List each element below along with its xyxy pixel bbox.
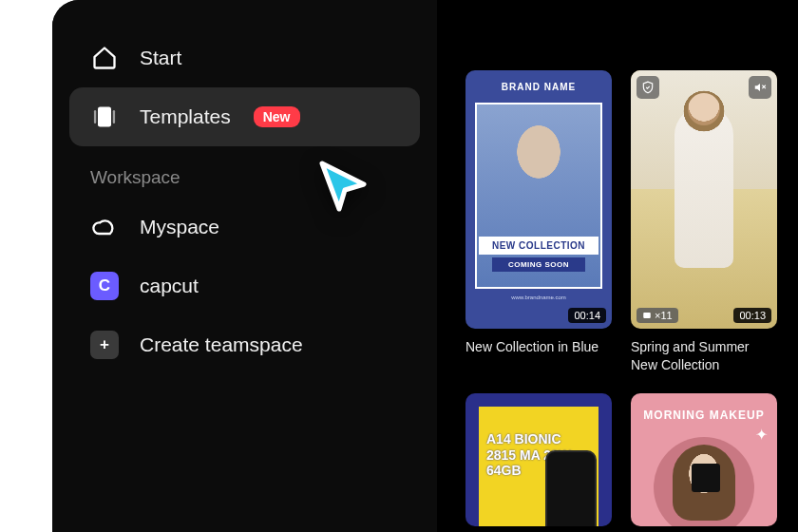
new-badge: New bbox=[254, 106, 300, 127]
home-icon bbox=[90, 44, 119, 72]
svg-rect-0 bbox=[98, 107, 111, 127]
sidebar: Start Templates New Workspace Myspace C … bbox=[52, 0, 437, 532]
nav-templates-label: Templates bbox=[140, 105, 231, 128]
template-gallery: BRAND NAME NEW COLLECTION COMING SOON ww… bbox=[437, 0, 798, 532]
template-card[interactable]: ×11 00:13 Spring and Summer New Collecti… bbox=[631, 70, 777, 374]
template-thumbnail: BRAND NAME NEW COLLECTION COMING SOON ww… bbox=[466, 70, 612, 329]
template-card[interactable]: A14 BIONIC 2815 MA 20W 64GB bbox=[466, 393, 612, 526]
duration-badge: 00:13 bbox=[733, 308, 771, 323]
app-root: Start Templates New Workspace Myspace C … bbox=[52, 0, 798, 532]
workspace-myspace-label: Myspace bbox=[140, 216, 219, 238]
sparkle-icon: ✦ bbox=[755, 426, 768, 444]
overlay-portrait bbox=[654, 437, 754, 526]
template-thumbnail: MORNING MAKEUP ✦ bbox=[631, 393, 777, 526]
template-thumbnail: ×11 00:13 bbox=[631, 70, 777, 329]
create-teamspace[interactable]: + Create teamspace bbox=[69, 315, 420, 374]
svg-rect-5 bbox=[643, 313, 651, 318]
svg-rect-1 bbox=[94, 110, 96, 124]
svg-rect-2 bbox=[113, 110, 115, 124]
mute-icon bbox=[749, 76, 771, 99]
overlay-brand: BRAND NAME bbox=[466, 82, 612, 92]
overlay-line1: NEW COLLECTION bbox=[479, 237, 598, 255]
plus-icon: + bbox=[90, 331, 119, 359]
shield-icon bbox=[636, 76, 659, 99]
template-card[interactable]: MORNING MAKEUP ✦ bbox=[631, 393, 777, 526]
overlay-site: www.brandname.com bbox=[466, 294, 612, 300]
templates-icon bbox=[90, 103, 119, 131]
template-grid: BRAND NAME NEW COLLECTION COMING SOON ww… bbox=[466, 70, 798, 526]
workspace-capcut[interactable]: C capcut bbox=[69, 256, 420, 315]
workspace-capcut-label: capcut bbox=[140, 275, 199, 297]
workspace-avatar: C bbox=[90, 272, 119, 300]
nav-templates[interactable]: Templates New bbox=[69, 87, 420, 146]
clip-count-badge: ×11 bbox=[636, 308, 678, 323]
nav-start-label: Start bbox=[140, 47, 181, 69]
overlay-line2: COMING SOON bbox=[492, 257, 585, 272]
nav-start[interactable]: Start bbox=[69, 28, 420, 87]
overlay-phone bbox=[545, 450, 597, 526]
cursor-icon bbox=[316, 160, 371, 215]
overlay-header: MORNING MAKEUP bbox=[631, 408, 777, 422]
duration-badge: 00:14 bbox=[568, 308, 606, 323]
template-thumbnail: A14 BIONIC 2815 MA 20W 64GB bbox=[466, 393, 612, 526]
template-card[interactable]: BRAND NAME NEW COLLECTION COMING SOON ww… bbox=[466, 70, 612, 374]
create-teamspace-label: Create teamspace bbox=[140, 333, 303, 356]
template-title: New Collection in Blue bbox=[466, 338, 612, 356]
cloud-icon bbox=[90, 213, 119, 241]
template-title: Spring and Summer New Collection bbox=[631, 338, 777, 374]
